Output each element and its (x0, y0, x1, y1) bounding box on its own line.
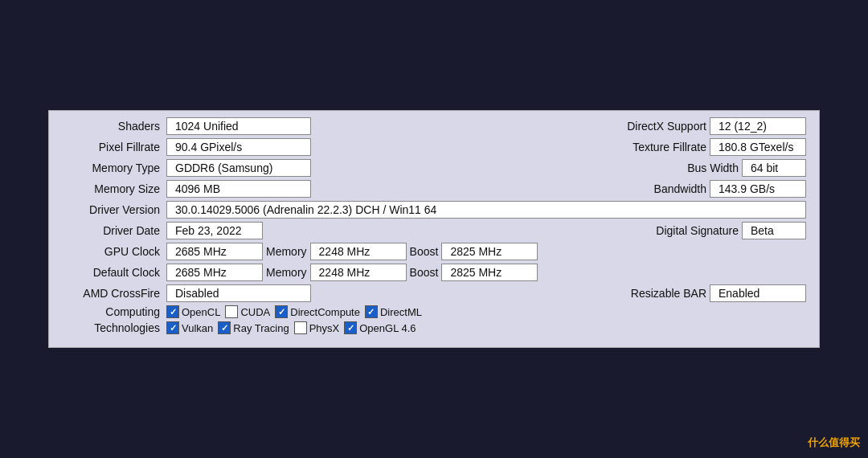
memory-size-label: Memory Size (62, 182, 166, 195)
tech-item-physx: PhysX (294, 321, 340, 334)
pixel-fillrate-value: 90.4 GPixel/s (166, 138, 311, 156)
watermark: 什么值得买 (808, 436, 860, 450)
driver-date-label: Driver Date (62, 224, 166, 237)
checkbox-icon (225, 305, 238, 318)
bus-width-value: 64 bit (742, 159, 806, 177)
checkbox-icon (365, 305, 378, 318)
gpu-clock-value: 2685 MHz (166, 243, 263, 260)
computing-item-cuda: CUDA (225, 305, 270, 318)
texture-fillrate-value: 180.8 GTexel/s (710, 138, 806, 156)
checkbox-icon (275, 305, 288, 318)
technologies-checkboxes: VulkanRay TracingPhysXOpenGL 4.6 (166, 321, 416, 334)
memory-sub-label-1: Memory (263, 245, 310, 258)
resizable-bar-label: Resizable BAR (628, 287, 710, 300)
crossfire-value: Disabled (166, 284, 311, 302)
bandwidth-value: 143.9 GB/s (710, 180, 806, 198)
default-memory-clock-value: 2248 MHz (310, 264, 407, 281)
crossfire-row: AMD CrossFire Disabled Resizable BAR Ena… (62, 284, 806, 302)
shaders-row: Shaders 1024 Unified DirectX Support 12 … (62, 117, 806, 135)
directx-label: DirectX Support (624, 120, 710, 133)
memory-sub-label-2: Memory (263, 266, 310, 279)
checkbox-icon (218, 321, 231, 334)
gpu-clock-label: GPU Clock (62, 245, 166, 258)
checkbox-icon (294, 321, 307, 334)
bus-width-label: Bus Width (684, 162, 742, 174)
driver-date-value: Feb 23, 2022 (166, 222, 263, 239)
computing-label: Computing (62, 305, 166, 318)
computing-row: Computing OpenCLCUDADirectComputeDirectM… (62, 305, 806, 318)
memory-type-label: Memory Type (62, 162, 166, 174)
directx-value: 12 (12_2) (710, 117, 806, 135)
bandwidth-label: Bandwidth (651, 182, 710, 195)
gpu-clock-row: GPU Clock 2685 MHz Memory 2248 MHz Boost… (62, 243, 806, 260)
tech-item-vulkan: Vulkan (166, 321, 213, 334)
shaders-label: Shaders (62, 120, 166, 133)
computing-checkboxes: OpenCLCUDADirectComputeDirectML (166, 305, 422, 318)
default-clock-value: 2685 MHz (166, 264, 263, 281)
pixel-fillrate-row: Pixel Fillrate 90.4 GPixel/s Texture Fil… (62, 138, 806, 156)
checkbox-icon (166, 305, 179, 318)
default-clock-label: Default Clock (62, 266, 166, 279)
memory-type-value: GDDR6 (Samsung) (166, 159, 311, 177)
computing-item-opencl: OpenCL (166, 305, 220, 318)
memory-size-row: Memory Size 4096 MB Bandwidth 143.9 GB/s (62, 180, 806, 198)
technologies-row: Technologies VulkanRay TracingPhysXOpenG… (62, 321, 806, 334)
driver-version-row: Driver Version 30.0.14029.5006 (Adrenali… (62, 201, 806, 219)
texture-fillrate-label: Texture Fillrate (629, 141, 710, 153)
boost-sub-label-2: Boost (407, 266, 442, 279)
memory-size-value: 4096 MB (166, 180, 311, 198)
shaders-value: 1024 Unified (166, 117, 311, 135)
digital-sig-label: Digital Signature (653, 224, 742, 237)
pixel-fillrate-label: Pixel Fillrate (62, 141, 166, 153)
computing-item-directml: DirectML (365, 305, 422, 318)
checkbox-icon (166, 321, 179, 334)
driver-version-label: Driver Version (62, 203, 166, 216)
tech-item-ray-tracing: Ray Tracing (218, 321, 289, 334)
gpu-boost-clock-value: 2825 MHz (441, 243, 538, 260)
resizable-bar-value: Enabled (710, 284, 806, 302)
gpu-memory-clock-value: 2248 MHz (310, 243, 407, 260)
gpu-info-panel: Shaders 1024 Unified DirectX Support 12 … (48, 110, 820, 348)
default-boost-clock-value: 2825 MHz (441, 264, 538, 281)
digital-sig-value: Beta (742, 222, 806, 239)
tech-item-opengl-4.6: OpenGL 4.6 (344, 321, 416, 334)
computing-item-directcompute: DirectCompute (275, 305, 360, 318)
boost-sub-label-1: Boost (407, 245, 442, 258)
checkbox-icon (344, 321, 357, 334)
technologies-label: Technologies (62, 321, 166, 334)
crossfire-label: AMD CrossFire (62, 287, 166, 300)
driver-version-value: 30.0.14029.5006 (Adrenalin 22.2.3) DCH /… (166, 201, 806, 219)
default-clock-row: Default Clock 2685 MHz Memory 2248 MHz B… (62, 264, 806, 281)
memory-type-row: Memory Type GDDR6 (Samsung) Bus Width 64… (62, 159, 806, 177)
driver-date-row: Driver Date Feb 23, 2022 Digital Signatu… (62, 222, 806, 239)
